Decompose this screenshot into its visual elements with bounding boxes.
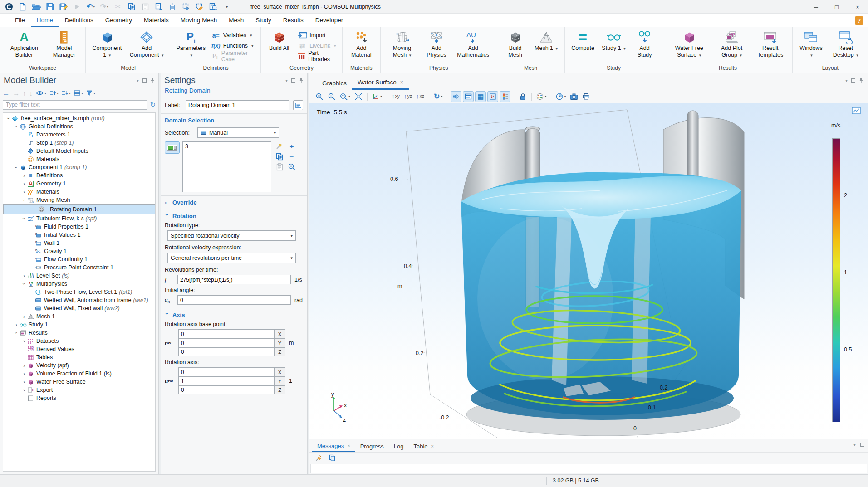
tree-node-component-1[interactable]: ›Component 1(comp 1)	[3, 163, 155, 171]
base-point-z-input[interactable]	[178, 347, 275, 356]
label-input[interactable]	[186, 100, 289, 110]
add-component-button[interactable]: Add Component ▾	[126, 29, 167, 63]
menu-item-moving-mesh[interactable]: Moving Mesh	[175, 14, 223, 27]
panel-menu-icon[interactable]: ▾	[285, 78, 288, 83]
reset-desktop-button[interactable]: Reset Desktop ▾	[827, 29, 864, 63]
tree-node-rotating-domain-1[interactable]: Rotating Domain 1	[3, 204, 155, 214]
plot-window-icon[interactable]	[852, 107, 861, 114]
tree-node-flow-continuity-1[interactable]: DFlow Continuity 1	[3, 255, 155, 263]
collapse-icon[interactable]: ›	[21, 216, 27, 221]
view-lock-button[interactable]	[517, 91, 528, 102]
base-point-y-input[interactable]	[178, 338, 275, 347]
menu-item-file[interactable]: File	[9, 14, 31, 27]
zoom-out-button[interactable]	[326, 91, 337, 102]
panel-menu-icon[interactable]: ▾	[853, 442, 856, 447]
expand-icon[interactable]: ›	[21, 181, 27, 186]
float-panel-icon[interactable]	[142, 78, 147, 83]
import-button[interactable]: Import	[295, 30, 338, 40]
tree-node-reports[interactable]: Reports	[3, 394, 155, 402]
build-all-button[interactable]: Build All	[265, 29, 294, 63]
add-plot-group-button[interactable]: Add Plot Group ▾	[713, 29, 750, 63]
tree-node-parameters-1[interactable]: PiParameters 1	[3, 131, 155, 139]
windows-button[interactable]: Windows ▾	[796, 29, 825, 63]
add-material-button[interactable]: Add Material	[346, 29, 377, 63]
tree-filter-input[interactable]	[3, 100, 147, 110]
pin-panel-icon[interactable]	[299, 78, 304, 83]
menu-item-definitions[interactable]: Definitions	[59, 14, 99, 27]
active-toggle-button[interactable]	[165, 141, 180, 154]
result-templates-button[interactable]: Result Templates	[752, 29, 789, 63]
study-1-button[interactable]: Study 1 ▾	[599, 29, 628, 63]
expand-icon[interactable]: ›	[21, 338, 27, 344]
tree-node-tables[interactable]: Tables	[3, 353, 155, 361]
pin-panel-icon[interactable]	[859, 78, 863, 83]
panel-menu-icon[interactable]: ▾	[137, 78, 139, 83]
duplicate-button[interactable]	[152, 1, 165, 12]
model-tree-filter-button[interactable]: ▾	[86, 90, 95, 96]
collapse-icon[interactable]: ›	[21, 197, 27, 203]
tree-node-step-1[interactable]: Step 1(step 1)	[3, 139, 155, 147]
functions-button[interactable]: f(x)Functions▾	[209, 41, 257, 50]
menu-item-materials[interactable]: Materials	[138, 14, 175, 27]
menu-item-results[interactable]: Results	[277, 14, 309, 27]
show-button[interactable]: ▾	[36, 90, 46, 96]
expand-icon[interactable]: ›	[21, 379, 27, 385]
expand-icon[interactable]: ›	[21, 371, 27, 376]
expand-icon[interactable]: ›	[21, 173, 27, 178]
tree-node-water-free-surface[interactable]: ›Water Free Surface	[3, 378, 155, 386]
customize-quick-access-button[interactable]: ▾	[221, 1, 233, 12]
menu-item-study[interactable]: Study	[250, 14, 277, 27]
3d-visualization[interactable]: y x z	[309, 103, 868, 438]
color-theme-button[interactable]: ▾	[535, 91, 548, 102]
close-tab-icon[interactable]: ×	[431, 443, 434, 449]
pin-panel-icon[interactable]	[150, 78, 155, 83]
maximize-button[interactable]: □	[826, 0, 847, 14]
save-as-button[interactable]	[57, 1, 70, 12]
tab-progress[interactable]: Progress	[355, 440, 389, 452]
go-to-view-button[interactable]: ▾	[371, 91, 383, 102]
activate-selection-button[interactable]	[274, 141, 285, 151]
tree-node-wetted-wall-fixed-wall[interactable]: Wetted Wall, Fixed wall(ww2)	[3, 304, 155, 312]
view-xy-button[interactable]: ↑xy	[390, 91, 401, 102]
copy-button[interactable]	[125, 1, 138, 12]
tree-node-mesh-1[interactable]: ›Mesh 1	[3, 312, 155, 321]
rotate-view-button[interactable]: ↻▾	[432, 91, 444, 102]
expand-icon[interactable]: ›	[21, 387, 27, 393]
label-options-button[interactable]	[293, 100, 303, 110]
preview-button[interactable]	[207, 1, 220, 12]
build-mesh-button[interactable]: Build Mesh	[501, 29, 530, 63]
tree-node-two-phase-flow-level-set-1[interactable]: Two-Phase Flow, Level Set 1(tpf1)	[3, 288, 155, 296]
expand-icon[interactable]: ›	[14, 322, 19, 327]
tree-node-materials[interactable]: ›Materials	[3, 188, 155, 196]
component-1-button[interactable]: Component 1 ▾	[89, 29, 124, 63]
float-panel-icon[interactable]	[860, 443, 864, 447]
tree-node-datasets[interactable]: ›Datasets	[3, 337, 155, 345]
clear-selection-button[interactable]	[193, 1, 206, 12]
velocity-expression-dropdown[interactable]: General revolutions per time ▾	[167, 253, 296, 263]
tab-table[interactable]: Table×	[408, 440, 439, 452]
initial-angle-input[interactable]	[177, 295, 291, 305]
collapse-all-button[interactable]: ▾	[62, 90, 71, 96]
rotation-axis-y-input[interactable]	[178, 376, 275, 385]
show-grid-button[interactable]: ▦	[475, 91, 486, 102]
add-study-button[interactable]: Add Study	[630, 29, 659, 63]
tree-node-wetted-wall-automatic-from-frame[interactable]: Wetted Wall, Automatic from frame(ww1)	[3, 296, 155, 304]
tree-node-multiphysics[interactable]: ›Multiphysics	[3, 280, 155, 288]
base-point-x-input[interactable]	[178, 329, 275, 338]
tree-node-level-set[interactable]: ›Level Set(ls)	[3, 272, 155, 280]
show-axes-button[interactable]	[487, 91, 498, 102]
close-button[interactable]: ×	[847, 0, 868, 14]
paste-selection-button[interactable]	[274, 162, 285, 171]
moving-mesh-button[interactable]: Moving Mesh ▾	[384, 29, 420, 63]
selection-dropdown[interactable]: Manual ▾	[197, 127, 279, 138]
tree-node-definitions[interactable]: ›≡Definitions	[3, 171, 155, 180]
zoom-box-button[interactable]: ▾	[338, 91, 352, 102]
menu-item-developer[interactable]: Developer	[309, 14, 349, 27]
show-color-legend-button[interactable]	[500, 91, 510, 102]
collapse-icon[interactable]: ›	[14, 330, 19, 336]
tree-node-export[interactable]: ›Export	[3, 386, 155, 394]
expand-icon[interactable]: ›	[21, 363, 27, 368]
help-button[interactable]: ?	[855, 16, 863, 25]
selection-list[interactable]: 3	[182, 141, 271, 192]
copy-messages-button[interactable]	[327, 453, 338, 463]
